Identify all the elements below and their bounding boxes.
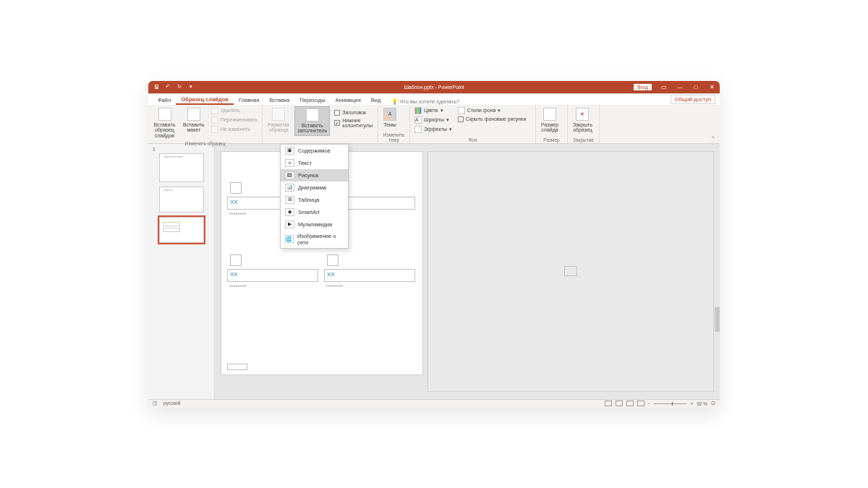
preserve-icon xyxy=(211,126,218,133)
tell-me-search[interactable]: 💡Что вы хотите сделать? xyxy=(391,98,459,105)
placeholder-type-icon xyxy=(230,254,242,266)
vertical-scrollbar-thumb[interactable] xyxy=(715,307,720,332)
placeholder-option-таблица[interactable]: ⊞Таблица xyxy=(281,194,348,206)
spellcheck-icon[interactable]: ◫ xyxy=(153,401,158,406)
insert-slide-master-button[interactable]: Вставить образец слайдов xyxy=(151,106,178,140)
qat-dropdown-icon[interactable]: ▾ xyxy=(187,83,195,90)
option-icon: ◆ xyxy=(285,208,294,216)
effects-label: Эффекты xyxy=(424,127,447,132)
redo-icon[interactable]: ↻ xyxy=(176,83,183,90)
zoom-out-button[interactable]: − xyxy=(648,401,651,406)
layout-thumbnail-1[interactable]: Образец xyxy=(159,187,204,213)
master-layout-label: Разметка образца xyxy=(268,122,289,133)
insert-placeholder-button[interactable]: Вставить заполнитель xyxy=(294,106,330,136)
slide-size-button[interactable]: Размер слайда xyxy=(539,106,561,134)
title-checkbox[interactable]: Заголовок xyxy=(333,109,375,116)
placeholder-type-icon xyxy=(230,182,242,194)
footer-placeholder[interactable] xyxy=(227,364,247,370)
normal-view-button[interactable] xyxy=(605,401,612,406)
slide-thumbnails-panel[interactable]: 1 Образец заголовка Образец xyxy=(148,144,215,399)
insert-layout-button[interactable]: Вставить макет xyxy=(181,106,207,134)
slide-size-icon xyxy=(543,108,556,121)
placeholder-option-изображение о сети[interactable]: 🌐Изображение о сети xyxy=(281,231,348,248)
image-placeholder-icon xyxy=(564,266,577,276)
tab-slide-master[interactable]: Образец слайдов xyxy=(176,95,233,105)
tab-home[interactable]: Главная xyxy=(234,95,265,105)
title-bar: 🖫 ↶ ↻ ▾ Шаблон.pptx - PowerPoint Вход ▭ … xyxy=(148,81,720,93)
zoom-in-button[interactable]: + xyxy=(690,401,693,406)
fit-window-button[interactable]: ⊡ xyxy=(711,401,715,406)
slide-preview xyxy=(427,151,714,392)
placeholder-caption: название xyxy=(227,211,249,215)
tab-transitions[interactable]: Переходы xyxy=(294,95,330,105)
delete-icon xyxy=(211,107,218,114)
zoom-level[interactable]: 92 % xyxy=(697,401,707,406)
themes-icon: A xyxy=(383,108,396,121)
tab-animations[interactable]: Анимация xyxy=(331,95,366,105)
fonts-icon: A xyxy=(414,116,422,124)
tab-file[interactable]: Файл xyxy=(153,95,176,105)
placeholder-option-мультимедиа[interactable]: ▶Мультимедиа xyxy=(281,218,348,231)
footers-checkbox[interactable]: ✓Нижние колонтитулы xyxy=(333,117,375,129)
layout-thumbnail-2[interactable] xyxy=(159,217,204,243)
master-layout-button: Разметка образца xyxy=(265,106,292,134)
tab-view[interactable]: Вид xyxy=(366,95,386,105)
reading-view-button[interactable] xyxy=(626,401,634,406)
themes-label: Темы xyxy=(383,122,396,128)
collapse-ribbon-button[interactable]: ^ xyxy=(709,134,718,142)
preserve-button: Не изменять xyxy=(210,125,259,134)
placeholder-icon xyxy=(306,108,319,121)
close-master-label: Закрыть образец xyxy=(573,122,592,133)
placeholder-type-icon xyxy=(327,254,339,266)
chevron-down-icon: ▾ xyxy=(446,117,449,123)
maximize-button[interactable]: □ xyxy=(688,81,704,93)
placeholder-option-smartart[interactable]: ◆SmartArt xyxy=(281,206,348,218)
placeholder-option-рисунок[interactable]: 🖼Рисунок xyxy=(281,169,348,181)
hide-bg-label: Скрыть фоновые рисунки xyxy=(466,116,526,121)
checkbox-icon xyxy=(458,116,464,122)
layout-icon xyxy=(187,108,200,121)
share-button[interactable]: Общий доступ xyxy=(671,95,715,104)
tab-insert[interactable]: Вставка xyxy=(264,95,294,105)
effects-button[interactable]: Эффекты ▾ xyxy=(413,125,454,134)
save-icon[interactable]: 🖫 xyxy=(153,83,160,90)
placeholder-option-диаграмма[interactable]: 📊Диаграмма xyxy=(281,181,348,194)
placeholder-caption: название xyxy=(227,283,249,288)
delete-button: Удалить xyxy=(210,106,259,115)
option-label: Диаграмма xyxy=(298,184,326,191)
master-thumbnail[interactable]: Образец заголовка xyxy=(159,153,204,182)
insert-placeholder-label: Вставить заполнитель xyxy=(297,123,327,134)
close-button[interactable]: ✕ xyxy=(704,81,720,93)
language-status[interactable]: русский xyxy=(163,401,180,406)
placeholder-option-содержимое[interactable]: ▣Содержимое xyxy=(281,145,348,157)
zoom-slider[interactable] xyxy=(654,403,686,404)
placeholder-option-текст[interactable]: ≡Текст xyxy=(281,157,348,169)
themes-button[interactable]: AТемы xyxy=(381,106,399,129)
option-label: Содержимое xyxy=(298,147,331,154)
background-styles-button[interactable]: Стили фона ▾ xyxy=(456,106,527,115)
login-button[interactable]: Вход xyxy=(634,84,652,90)
colors-button[interactable]: Цвета ▾ xyxy=(413,106,454,115)
sorter-view-button[interactable] xyxy=(616,401,623,406)
insert-placeholder-dropdown: ▣Содержимое≡Текст🖼Рисунок📊Диаграмма⊞Табл… xyxy=(280,144,349,249)
close-master-button[interactable]: ✕Закрыть образец xyxy=(571,106,595,134)
master-layout-icon xyxy=(272,108,285,121)
option-icon: ▣ xyxy=(285,147,294,155)
ribbon-display-icon[interactable]: ▭ xyxy=(656,81,672,93)
hide-background-checkbox[interactable]: Скрыть фоновые рисунки xyxy=(456,116,527,123)
group-label-background: Фон xyxy=(413,137,532,142)
option-icon: 🖼 xyxy=(285,171,294,179)
placeholder-xx: XX xyxy=(325,270,414,279)
ribbon-tabs: Файл Образец слайдов Главная Вставка Пер… xyxy=(148,93,720,105)
insert-layout-label: Вставить макет xyxy=(183,122,205,133)
effects-icon xyxy=(414,126,422,133)
undo-icon[interactable]: ↶ xyxy=(164,83,171,90)
content-placeholder-4[interactable]: XX xyxy=(324,269,415,282)
option-icon: ▶ xyxy=(285,221,294,228)
slideshow-button[interactable] xyxy=(637,401,644,406)
minimize-button[interactable]: — xyxy=(672,81,688,93)
fonts-button[interactable]: AШрифты ▾ xyxy=(413,116,454,124)
content-placeholder-3[interactable]: XX xyxy=(227,269,318,282)
option-label: Мультимедиа xyxy=(298,221,332,228)
delete-label: Удалить xyxy=(221,108,240,113)
